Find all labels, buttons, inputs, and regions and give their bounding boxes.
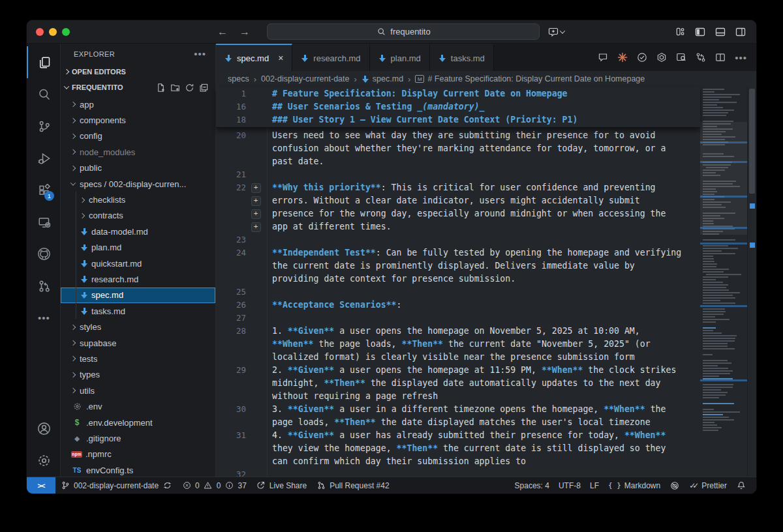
- zoom-window-button[interactable]: [62, 28, 70, 36]
- notifications-button[interactable]: [731, 480, 751, 491]
- minimize-window-button[interactable]: [49, 28, 57, 36]
- copilot-status[interactable]: [665, 480, 684, 491]
- tab-plan-md[interactable]: plan.md: [370, 44, 430, 71]
- scrollbar-thumb[interactable]: [749, 89, 755, 194]
- inline-add-icon[interactable]: +: [251, 209, 261, 219]
- more-views-icon[interactable]: •••: [27, 302, 60, 334]
- tab-research-md[interactable]: research.md: [292, 44, 369, 71]
- encoding-indicator[interactable]: UTF-8: [554, 481, 585, 490]
- source-control-icon[interactable]: [27, 110, 60, 142]
- breadcrumb-file[interactable]: spec.md: [361, 74, 403, 83]
- collapse-folders-icon[interactable]: [198, 82, 209, 93]
- minimap[interactable]: [700, 87, 747, 477]
- tree-item-quickstart-md[interactable]: quickstart.md: [61, 256, 215, 271]
- comment-icon[interactable]: [598, 52, 608, 63]
- tree-item-app[interactable]: app: [61, 96, 215, 112]
- open-editors-section[interactable]: OPEN EDITORS: [61, 64, 215, 80]
- tree-item-styles[interactable]: styles: [61, 319, 215, 334]
- search-view-icon[interactable]: [27, 78, 60, 110]
- tree-item-types[interactable]: types: [61, 367, 215, 383]
- toggle-secondary-sidebar-icon[interactable]: [735, 27, 746, 37]
- branch-indicator[interactable]: 002-display-current-date: [55, 477, 177, 494]
- tree-item-specs-002-display-curren[interactable]: specs / 002-display-curren...: [61, 176, 215, 192]
- pull-requests-icon[interactable]: [27, 270, 60, 302]
- tree-item-gitignore[interactable]: ◆.gitignore: [61, 430, 215, 446]
- formatter-indicator[interactable]: ✓✓ Prettier: [684, 481, 731, 490]
- tab-spec-md[interactable]: spec.md×: [216, 44, 292, 71]
- back-button[interactable]: ←: [217, 26, 228, 38]
- minimap-row: [703, 276, 728, 278]
- tree-item-plan-md[interactable]: plan.md: [61, 240, 215, 256]
- code-area[interactable]: 1# Feature Specification: Display Curren…: [216, 87, 700, 477]
- inline-add-icon[interactable]: +: [251, 196, 261, 206]
- vertical-scrollbar[interactable]: [747, 87, 756, 477]
- editor-lines[interactable]: 20Users need to see what day they are su…: [216, 128, 700, 477]
- more-actions-icon[interactable]: •••: [735, 52, 747, 63]
- tree-item-contracts[interactable]: contracts: [61, 208, 215, 224]
- tree-item-data-model-md[interactable]: data-model.md: [61, 224, 215, 239]
- tree-item-tests[interactable]: tests: [61, 351, 215, 366]
- minimap-row: [703, 110, 734, 111]
- compare-changes-icon[interactable]: [696, 52, 706, 63]
- tree-item-research-md[interactable]: research.md: [61, 271, 215, 287]
- tree-item-npmrc[interactable]: npm.npmrc: [61, 447, 215, 462]
- tree-item-supabase[interactable]: supabase: [61, 335, 215, 351]
- tree-item-components[interactable]: components: [61, 112, 215, 128]
- tree-item-env-development[interactable]: $.env.development: [61, 415, 215, 430]
- check-circle-icon[interactable]: [637, 52, 647, 63]
- pull-request-button[interactable]: Pull Request #42: [311, 477, 393, 494]
- run-debug-icon[interactable]: [27, 142, 60, 174]
- tree-item-public[interactable]: public: [61, 160, 215, 176]
- breadcrumb-folder[interactable]: specs: [228, 74, 249, 83]
- github-icon[interactable]: [27, 238, 60, 270]
- close-window-button[interactable]: [36, 28, 44, 36]
- tree-item-label: spec.md: [91, 290, 123, 300]
- openai-icon[interactable]: [656, 52, 667, 63]
- breadcrumb-separator: ›: [354, 74, 357, 84]
- customize-layout-icon[interactable]: [675, 27, 685, 37]
- tree-item-checklists[interactable]: checklists: [61, 192, 215, 207]
- code-text: 1. **Given** a user opens the homepage o…: [266, 325, 640, 338]
- copilot-chat-button[interactable]: [548, 27, 564, 37]
- global-search-input[interactable]: frequentito: [267, 23, 540, 40]
- tree-item-utils[interactable]: utils: [61, 383, 215, 398]
- tree-item-config[interactable]: config: [61, 128, 215, 144]
- explorer-icon[interactable]: [27, 46, 60, 78]
- breadcrumb-folder[interactable]: 002-display-current-date: [261, 74, 350, 83]
- tab-tasks-md[interactable]: tasks.md: [430, 44, 494, 71]
- inline-add-icon[interactable]: +: [251, 183, 261, 193]
- sidebar-more-actions-icon[interactable]: •••: [194, 48, 206, 59]
- language-mode[interactable]: { } Markdown: [604, 481, 665, 490]
- tree-item-tasks-md[interactable]: tasks.md: [61, 303, 215, 319]
- tree-item-node-modules[interactable]: node_modules: [61, 144, 215, 160]
- extensions-icon[interactable]: 1: [27, 174, 60, 206]
- editor-line: +app at different times.: [216, 220, 700, 233]
- tree-item-spec-md[interactable]: spec.md: [61, 288, 215, 303]
- new-folder-icon[interactable]: [170, 82, 180, 93]
- accounts-icon[interactable]: [27, 413, 60, 445]
- breadcrumb-symbol[interactable]: M # Feature Specification: Display Curre…: [415, 74, 645, 83]
- tree-item-envconfig-ts[interactable]: TSenvConfig.ts: [61, 462, 215, 477]
- live-share-button[interactable]: Live Share: [251, 477, 311, 494]
- remote-indicator[interactable]: ><: [27, 477, 55, 494]
- settings-gear-icon[interactable]: [27, 445, 60, 477]
- tree-item-label: research.md: [91, 274, 138, 284]
- inline-add-icon[interactable]: +: [251, 222, 261, 232]
- claude-icon[interactable]: [617, 52, 628, 63]
- forward-button[interactable]: →: [239, 26, 250, 38]
- tree-item-env[interactable]: .env: [61, 398, 215, 414]
- minimap-row: [703, 295, 733, 296]
- workspace-root-section[interactable]: FREQUENTITO: [61, 80, 215, 95]
- new-file-icon[interactable]: [155, 82, 166, 93]
- eol-indicator[interactable]: LF: [585, 481, 604, 490]
- toggle-panel-icon[interactable]: [715, 27, 726, 37]
- minimap-row: [703, 248, 738, 249]
- indent-indicator[interactable]: Spaces: 4: [510, 481, 554, 490]
- close-tab-icon[interactable]: ×: [278, 53, 283, 63]
- split-editor-icon[interactable]: [715, 52, 726, 63]
- problems-indicator[interactable]: 0 0 37: [177, 477, 251, 494]
- refresh-icon[interactable]: [184, 82, 194, 93]
- open-preview-icon[interactable]: [676, 52, 686, 63]
- remote-explorer-icon[interactable]: [27, 206, 60, 238]
- toggle-primary-sidebar-icon[interactable]: [695, 27, 705, 37]
